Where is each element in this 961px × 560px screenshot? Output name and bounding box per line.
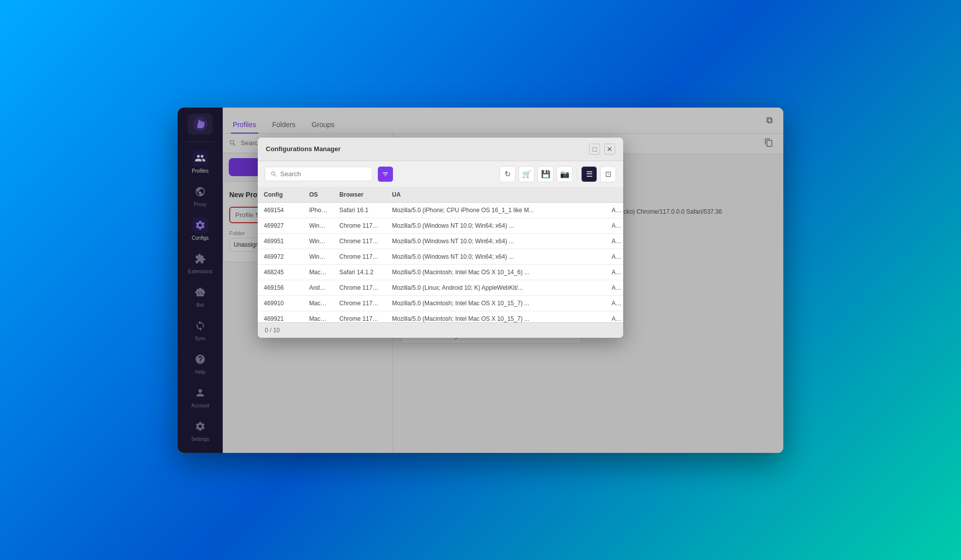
modal-cart-btn[interactable]: 🛒 [519, 166, 535, 182]
col-config: Config [258, 187, 303, 203]
modal-table-wrap: Config OS Browser UA 469154 iPhone OS...… [258, 187, 623, 322]
col-browser: Browser [333, 187, 386, 203]
table-row[interactable]: 469951 Windows 10 Chrome 117.0.0.0 Mozil… [258, 233, 623, 249]
cell-browser: Chrome 117.0.0.0 [333, 311, 386, 322]
cell-ua: Mozilla/5.0 (Windows NT 10.0; Win64; x64… [386, 233, 606, 249]
cell-browser: Chrome 117.0.0.0 [333, 218, 386, 233]
col-extra [606, 187, 623, 203]
cell-browser: Chrome 117.0.0.0 [333, 233, 386, 249]
modal-close-btn[interactable]: ✕ [604, 144, 615, 155]
cell-extra: Apple [606, 202, 623, 218]
cell-os: Mac OS X ... [303, 264, 333, 280]
modal-title: Configurations Manager [266, 145, 341, 153]
cell-config: 469156 [258, 280, 303, 295]
modal-refresh-btn[interactable]: ↻ [500, 166, 516, 182]
modal-header-buttons: □ ✕ [589, 144, 615, 155]
modal-split-view-btn[interactable]: ⊡ [600, 166, 616, 182]
cell-config: 469972 [258, 249, 303, 264]
modal-search-input[interactable] [280, 170, 367, 178]
modal-search-bar: ↻ 🛒 💾 📷 ☰ ⊡ [258, 161, 623, 187]
cell-ua: Mozilla/5.0 (Windows NT 10.0; Win64; x64… [386, 218, 606, 233]
cell-browser: Chrome 117.0.0.0 [333, 295, 386, 311]
cell-extra: ANGLE [606, 280, 623, 295]
table-row[interactable]: 469972 Windows 10 Chrome 117.0.0.0 Mozil… [258, 249, 623, 264]
modal-filter-btn[interactable] [377, 166, 393, 182]
modal-list-view-btn[interactable]: ☰ [581, 166, 597, 182]
cell-ua: Mozilla/5.0 (Windows NT 10.0; Win64; x64… [386, 249, 606, 264]
cell-ua: Mozilla/5.0 (iPhone; CPU iPhone OS 16_1_… [386, 202, 606, 218]
table-row[interactable]: 469910 Mac OS X ... Chrome 117.0.0.0 Moz… [258, 295, 623, 311]
cell-config: 469927 [258, 218, 303, 233]
cell-config: 469154 [258, 202, 303, 218]
table-row[interactable]: 469927 Windows 10 Chrome 117.0.0.0 Mozil… [258, 218, 623, 233]
table-row[interactable]: 469156 Android 10 Chrome 117.0.0.0 Mozil… [258, 280, 623, 295]
toolbar-divider [577, 168, 577, 180]
cell-os: iPhone OS... [303, 202, 333, 218]
cell-config: 469921 [258, 311, 303, 322]
cell-browser: Chrome 117.0.0.0 [333, 249, 386, 264]
cell-extra: Apple [606, 264, 623, 280]
cell-extra: ANGLE [606, 311, 623, 322]
modal-toolbar: ↻ 🛒 💾 📷 ☰ ⊡ [500, 166, 616, 182]
modal-table-body: 469154 iPhone OS... Safari 16.1 Mozilla/… [258, 202, 623, 322]
cell-os: Windows 10 [303, 218, 333, 233]
cell-extra: ANGLE [606, 249, 623, 264]
cell-config: 469910 [258, 295, 303, 311]
modal-maximize-btn[interactable]: □ [589, 144, 600, 155]
cell-config: 468245 [258, 264, 303, 280]
modal-table: Config OS Browser UA 469154 iPhone OS...… [258, 187, 623, 322]
modal-save-btn[interactable]: 💾 [538, 166, 554, 182]
cell-os: Mac OS X ... [303, 295, 333, 311]
cell-extra: ANGLE [606, 218, 623, 233]
cell-os: Android 10 [303, 280, 333, 295]
table-row[interactable]: 469921 Mac OS X ... Chrome 117.0.0.0 Moz… [258, 311, 623, 322]
cell-config: 469951 [258, 233, 303, 249]
col-ua: UA [386, 187, 606, 203]
modal-table-header: Config OS Browser UA [258, 187, 623, 203]
app-window: Profiles Proxy Configs Extensions Bot [178, 108, 783, 453]
cell-ua: Mozilla/5.0 (Macintosh; Intel Mac OS X 1… [386, 264, 606, 280]
cell-browser: Chrome 117.0.0.0 [333, 280, 386, 295]
table-row[interactable]: 469154 iPhone OS... Safari 16.1 Mozilla/… [258, 202, 623, 218]
cell-browser: Safari 16.1 [333, 202, 386, 218]
cell-ua: Mozilla/5.0 (Macintosh; Intel Mac OS X 1… [386, 295, 606, 311]
modal-search-wrap [265, 167, 372, 181]
modal-count: 0 / 10 [265, 327, 280, 334]
cell-os: Mac OS X ... [303, 311, 333, 322]
col-os: OS [303, 187, 333, 203]
cell-os: Windows 10 [303, 233, 333, 249]
table-row[interactable]: 468245 Mac OS X ... Safari 14.1.2 Mozill… [258, 264, 623, 280]
cell-os: Windows 10 [303, 249, 333, 264]
cell-browser: Safari 14.1.2 [333, 264, 386, 280]
modal-header: Configurations Manager □ ✕ [258, 138, 623, 161]
modal-camera-btn[interactable]: 📷 [557, 166, 573, 182]
cell-extra: ANGLE [606, 295, 623, 311]
configurations-modal: Configurations Manager □ ✕ ↻ 🛒 💾 📷 ☰ [258, 138, 623, 338]
cell-ua: Mozilla/5.0 (Macintosh; Intel Mac OS X 1… [386, 311, 606, 322]
cell-extra: ANGLE [606, 233, 623, 249]
modal-footer: 0 / 10 [258, 322, 623, 338]
modal-search-icon [270, 171, 277, 178]
cell-ua: Mozilla/5.0 (Linux; Android 10; K) Apple… [386, 280, 606, 295]
